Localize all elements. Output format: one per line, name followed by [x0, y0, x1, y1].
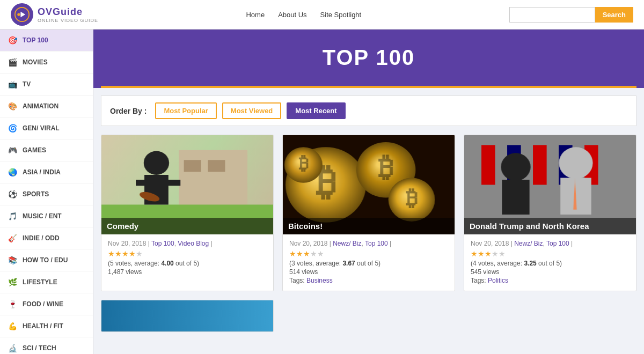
sidebar-icon-tv: 📺: [6, 78, 18, 90]
order-most-popular[interactable]: Most Popular: [155, 102, 216, 119]
sidebar-item-indie-odd[interactable]: 🎸 INDIE / ODD: [0, 227, 93, 249]
card-thumb-trump[interactable]: Donald Trump and North Korea: [464, 135, 636, 234]
sidebar-item-tv[interactable]: 📺 TV: [0, 73, 93, 95]
sidebar-icon-health-fit: 💪: [6, 320, 18, 332]
sidebar-label-animation: ANIMATION: [23, 102, 58, 110]
card-thumb-bitcoin[interactable]: Bitcoins!: [283, 135, 455, 234]
order-most-viewed[interactable]: Most Viewed: [222, 102, 282, 119]
sidebar-label-gen-viral: GEN/ VIRAL: [23, 124, 60, 132]
card-meta-trump: Nov 20, 2018 | Newz/ Biz, Top 100 |: [471, 240, 630, 247]
card-tag-top100-3[interactable]: Top 100: [546, 240, 569, 247]
sidebar-label-top100: TOP 100: [23, 36, 48, 44]
logo-subtitle: ONLINE VIDEO GUIDE: [38, 18, 98, 23]
card-trump: Donald Trump and North Korea Nov 20, 201…: [464, 135, 636, 291]
card-views-trump: 545 views: [471, 268, 630, 276]
sidebar-icon-indie-odd: 🎸: [6, 232, 18, 244]
nav-spotlight[interactable]: Site Spotlight: [320, 11, 362, 19]
svg-point-2: [17, 13, 20, 16]
sidebar-label-music-ent: MUSIC / ENT: [23, 212, 62, 220]
hero-banner: TOP 100: [93, 30, 644, 86]
sidebar-item-movies[interactable]: 🎬 MOVIES: [0, 51, 93, 73]
logo-icon: [11, 3, 33, 26]
card-title-comedy: Comedy: [101, 218, 273, 234]
sidebar-label-lifestyle: LIFESTYLE: [23, 278, 57, 286]
content-area: Order By : Most Popular Most Viewed Most…: [93, 95, 644, 341]
search-input[interactable]: [509, 7, 595, 23]
layout: 🎯 TOP 100 🎬 MOVIES 📺 TV 🎨 ANIMATION 🌀 GE…: [0, 30, 644, 354]
sidebar-item-gen-viral[interactable]: 🌀 GEN/ VIRAL: [0, 117, 93, 139]
card-meta-bitcoin: Nov 20, 2018 | Newz/ Biz, Top 100 |: [289, 240, 448, 247]
sidebar-item-music-ent[interactable]: 🎵 MUSIC / ENT: [0, 205, 93, 227]
card-title-trump: Donald Trump and North Korea: [464, 218, 636, 234]
sidebar-item-howto-edu[interactable]: 📚 HOW TO / EDU: [0, 249, 93, 271]
stars-bitcoin: ★★★★★: [289, 249, 448, 258]
sidebar-item-animation[interactable]: 🎨 ANIMATION: [0, 95, 93, 117]
sidebar-icon-movies: 🎬: [6, 56, 18, 68]
sidebar-icon-sports: ⚽: [6, 188, 18, 200]
tag-politics[interactable]: Politics: [488, 277, 508, 284]
card-body-comedy: Nov 20, 2018 | Top 100, Video Blog | ★★★…: [101, 234, 273, 283]
tag-business[interactable]: Business: [306, 277, 333, 284]
sidebar-item-games[interactable]: 🎮 GAMES: [0, 139, 93, 161]
nav-links: Home About Us Site Spotlight: [246, 11, 361, 19]
card-date-bitcoin: Nov 20, 2018: [289, 240, 327, 247]
sidebar-item-sports[interactable]: ⚽ SPORTS: [0, 183, 93, 205]
card-partial-empty-2: [282, 300, 455, 332]
sidebar-label-movies: MOVIES: [23, 58, 48, 66]
card-tags-bitcoin: Tags: Business: [289, 277, 448, 284]
order-bar: Order By : Most Popular Most Viewed Most…: [101, 95, 636, 126]
card-votes-comedy: (5 votes, average: 4.00 out of 5): [108, 260, 267, 267]
hero-accent: [101, 86, 636, 88]
card-votes-bitcoin: (3 votes, average: 3.67 out of 5): [289, 260, 448, 267]
nav-about[interactable]: About Us: [278, 11, 306, 19]
card-body-bitcoin: Nov 20, 2018 | Newz/ Biz, Top 100 | ★★★★…: [283, 234, 455, 291]
sidebar-icon-games: 🎮: [6, 144, 18, 156]
card-title-bitcoin: Bitcoins!: [283, 218, 455, 234]
sidebar-icon-music-ent: 🎵: [6, 210, 18, 222]
sidebar-item-food-wine[interactable]: 🍷 FOOD / WINE: [0, 293, 93, 315]
card-partial-1[interactable]: [101, 300, 274, 332]
header: OVGuide ONLINE VIDEO GUIDE Home About Us…: [0, 0, 644, 30]
stars-trump: ★★★★★: [471, 249, 630, 258]
card-tag-top100[interactable]: Top 100: [151, 240, 174, 247]
order-label: Order By :: [110, 107, 147, 115]
card-tag-videoblog[interactable]: Video Blog: [178, 240, 209, 247]
card-views-bitcoin: 514 views: [289, 268, 448, 276]
logo-text: OVGuide ONLINE VIDEO GUIDE: [38, 6, 98, 23]
sidebar-item-sci-tech[interactable]: 🔬 SCI / TECH: [0, 337, 93, 354]
search-button[interactable]: Search: [595, 7, 633, 23]
sidebar-label-games: GAMES: [23, 146, 46, 154]
card-tag-top100-2[interactable]: Top 100: [365, 240, 388, 247]
sidebar-icon-top100: 🎯: [6, 34, 18, 46]
sidebar-icon-food-wine: 🍷: [6, 298, 18, 310]
sidebar-label-indie-odd: INDIE / ODD: [23, 234, 60, 242]
sidebar-item-health-fit[interactable]: 💪 HEALTH / FIT: [0, 315, 93, 337]
card-meta-comedy: Nov 20, 2018 | Top 100, Video Blog |: [108, 240, 267, 247]
order-most-recent[interactable]: Most Recent: [287, 102, 345, 119]
sidebar-label-sports: SPORTS: [23, 190, 49, 198]
hero-wrapper: TOP 100: [93, 30, 644, 88]
sidebar-label-health-fit: HEALTH / FIT: [23, 322, 63, 330]
sidebar-label-asia-india: ASIA / INDIA: [23, 168, 61, 176]
card-thumb-comedy[interactable]: Comedy: [101, 135, 273, 234]
sidebar-item-lifestyle[interactable]: 🌿 LIFESTYLE: [0, 271, 93, 293]
sidebar-label-food-wine: FOOD / WINE: [23, 300, 63, 308]
sidebar-icon-gen-viral: 🌀: [6, 122, 18, 134]
sidebar-icon-howto-edu: 📚: [6, 254, 18, 266]
cards-grid: Comedy Nov 20, 2018 | Top 100, Video Blo…: [93, 126, 644, 300]
sidebar-item-top100[interactable]: 🎯 TOP 100: [0, 30, 93, 51]
cards-row2: [93, 300, 644, 341]
sidebar-icon-lifestyle: 🌿: [6, 276, 18, 288]
sidebar-label-tv: TV: [23, 80, 31, 88]
search-area: Search: [509, 7, 633, 23]
sidebar-label-howto-edu: HOW TO / EDU: [23, 256, 68, 264]
sidebar: 🎯 TOP 100 🎬 MOVIES 📺 TV 🎨 ANIMATION 🌀 GE…: [0, 30, 93, 354]
nav-home[interactable]: Home: [246, 11, 265, 19]
sidebar-item-asia-india[interactable]: 🌏 ASIA / INDIA: [0, 161, 93, 183]
sidebar-icon-sci-tech: 🔬: [6, 342, 18, 354]
card-body-trump: Nov 20, 2018 | Newz/ Biz, Top 100 | ★★★★…: [464, 234, 636, 291]
card-tag-newzbiz-2[interactable]: Newz/ Biz: [514, 240, 543, 247]
sidebar-icon-animation: 🎨: [6, 100, 18, 112]
sidebar-label-sci-tech: SCI / TECH: [23, 344, 56, 352]
card-tag-newzbiz[interactable]: Newz/ Biz: [333, 240, 361, 247]
